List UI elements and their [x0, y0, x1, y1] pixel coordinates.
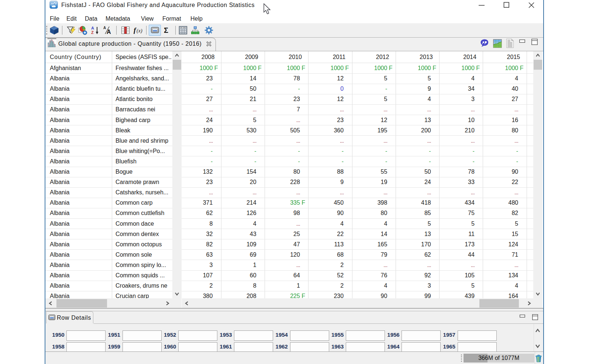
svg-text:Z: Z: [91, 30, 94, 35]
svg-text:(x): (x): [137, 28, 142, 34]
svg-text:A: A: [103, 26, 106, 30]
svg-text:f: f: [134, 26, 137, 34]
svg-text:A: A: [107, 29, 111, 35]
svg-text:A: A: [91, 26, 94, 30]
